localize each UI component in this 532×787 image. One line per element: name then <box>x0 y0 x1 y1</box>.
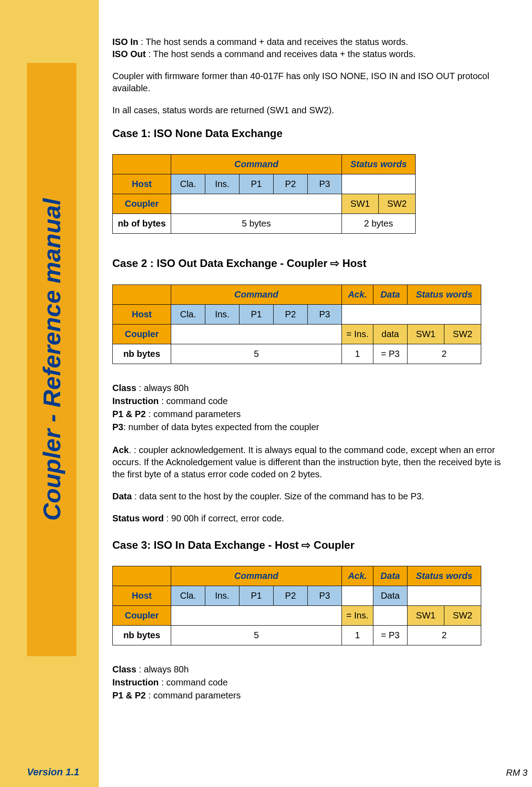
case1-title: Case 1: ISO None Data Exchange <box>112 126 503 141</box>
ack-definition: Ack. : coupler acknowledgement. It is al… <box>112 444 503 480</box>
data-definition: Data : data sent to the host by the coup… <box>112 490 503 502</box>
case2-definitions: Class : always 80h Instruction : command… <box>112 382 503 433</box>
case1-row-host: Host <box>113 174 171 194</box>
sidebar-band: Coupler - Reference manual Version 1.1 <box>0 0 99 787</box>
case2-table: Command Ack. Data Status words Host Cla.… <box>112 285 481 364</box>
case2-title: Case 2 : ISO Out Data Exchange - Coupler… <box>112 256 503 271</box>
case1-row-nb: nb of bytes <box>113 214 171 234</box>
case3-title: Case 3: ISO In Data Exchange - Host ⇨ Co… <box>112 538 503 552</box>
sw-definition: Status word : 90 00h if correct, error c… <box>112 512 503 525</box>
page-number: RM 3 <box>506 768 528 778</box>
intro-iso-in: ISO In : The host sends a command + data… <box>112 36 503 60</box>
intro-firmware: Coupler with firmware former than 40-017… <box>112 70 503 94</box>
case1-hdr-status: Status words <box>342 155 416 174</box>
case1-row-coupler: Coupler <box>113 194 171 214</box>
intro-status: In all cases, status words are returned … <box>112 104 503 116</box>
main-content: ISO In : The host sends a command + data… <box>112 36 503 712</box>
sidebar-title-box: Coupler - Reference manual <box>27 63 76 656</box>
case1-table: Command Status words Host Cla. Ins. P1 P… <box>112 154 416 234</box>
case1-hdr-command: Command <box>171 155 342 174</box>
version-label: Version 1.1 <box>27 766 80 778</box>
case3-table: Command Ack. Data Status words Host Cla.… <box>112 566 481 645</box>
case3-definitions: Class : always 80h Instruction : command… <box>112 663 503 702</box>
sidebar-title: Coupler - Reference manual <box>38 198 66 520</box>
